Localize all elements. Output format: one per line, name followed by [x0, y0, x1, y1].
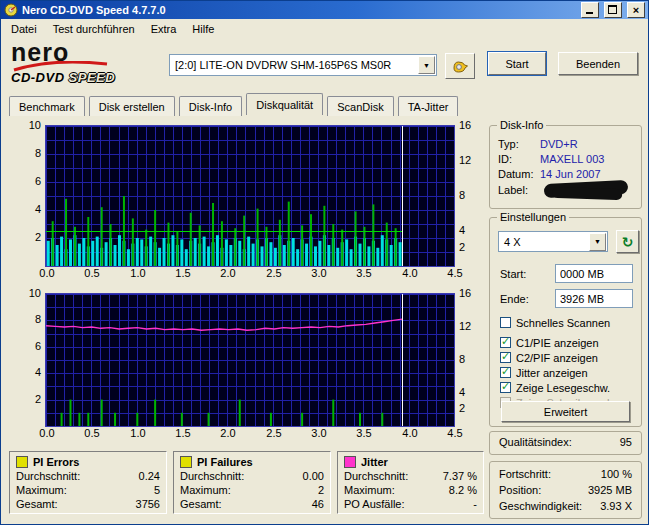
checkbox-c2-pif-anzeigen[interactable]: ✓ C2/PIF anzeigen: [500, 351, 598, 364]
settings-group: Einstellungen 4 X ▼ ↻ Start: Ende: Schne…: [489, 217, 642, 427]
menu-test-durchfuehren[interactable]: Test durchführen: [45, 20, 143, 38]
stat-label: Gesamt:: [16, 497, 58, 511]
check-icon: ✓: [501, 350, 510, 363]
close-icon: ×: [633, 5, 639, 15]
end-position-input[interactable]: [555, 289, 633, 308]
advanced-button[interactable]: Erweitert: [501, 401, 630, 422]
speed-select-dropdown-button[interactable]: ▼: [589, 233, 606, 251]
checkbox-schnelles-scannen[interactable]: Schnelles Scannen: [500, 316, 610, 329]
drive-select[interactable]: [2:0] LITE-ON DVDRW SHM-165P6S MS0R ▼: [169, 54, 437, 76]
tab-scandisk[interactable]: ScanDisk: [327, 96, 393, 116]
start-button-label: Start: [505, 58, 528, 70]
y-axis-tick: 6: [15, 175, 41, 187]
y-axis-right-tick: 12: [459, 154, 483, 166]
x-axis-tick: 4.0: [398, 267, 422, 279]
pi-failures-swatch-icon: [180, 456, 192, 468]
position-row: Position: 3925 MB: [499, 484, 632, 496]
close-button[interactable]: ×: [627, 2, 645, 18]
tab-benchmark[interactable]: Benchmark: [9, 96, 85, 116]
speed-value: 3.93 X: [600, 500, 632, 512]
tab-strip: Benchmark Disk erstellen Disk-Info Diskq…: [1, 93, 648, 116]
pi-errors-chart: [45, 125, 455, 267]
app-window: Nero CD-DVD Speed 4.7.7.0 × Datei Test d…: [0, 0, 649, 525]
disk-info-row-label: Label:: [498, 184, 635, 196]
y-axis-right-tick: 8: [459, 189, 483, 201]
checkbox-zeige-lesegeschw[interactable]: ✓ Zeige Lesegeschw.: [500, 381, 610, 394]
disk-info-row-typ: Typ: DVD+R: [498, 138, 635, 150]
stat-value: 8.2 %: [449, 483, 477, 497]
quality-index-group: Qualitätsindex: 95: [489, 431, 642, 455]
stat-value: 2: [318, 483, 324, 497]
x-axis-tick: 2.0: [216, 427, 240, 439]
stat-row: PO Ausfälle:-: [344, 497, 477, 511]
y-axis-right-tick: 8: [459, 353, 483, 365]
stat-value: 5: [154, 483, 160, 497]
checkbox-box-icon: [500, 317, 511, 328]
stat-row: Maximum:8.2 %: [344, 483, 477, 497]
stat-value: -: [473, 497, 477, 511]
refresh-button[interactable]: ↻: [616, 230, 639, 253]
x-axis-tick: 2.5: [262, 267, 286, 279]
tab-disk-info[interactable]: Disk-Info: [179, 96, 242, 116]
quit-button[interactable]: Beenden: [558, 52, 638, 75]
tab-diskqualitaet[interactable]: Diskqualität: [246, 93, 323, 115]
tab-disk-erstellen[interactable]: Disk erstellen: [89, 96, 175, 116]
y-axis-tick: 8: [15, 313, 41, 325]
nero-logo: nero CD-DVDSPEED: [11, 41, 161, 85]
start-button[interactable]: Start: [488, 52, 546, 75]
position-label: Position:: [499, 484, 541, 496]
stat-row: Maximum:5: [16, 483, 160, 497]
menu-datei[interactable]: Datei: [3, 20, 45, 38]
position-value: 3925 MB: [588, 484, 632, 496]
header-toolbar: nero CD-DVDSPEED [2:0] LITE-ON DVDRW SHM…: [1, 39, 648, 93]
x-axis-tick: 2.0: [216, 267, 240, 279]
end-position-label: Ende:: [500, 293, 529, 305]
progress-group: Fortschritt: 100 % Position: 3925 MB Ges…: [489, 461, 642, 519]
speed-select[interactable]: 4 X ▼: [498, 231, 608, 252]
refresh-icon: ↻: [622, 234, 634, 250]
disk-info-label: ID:: [498, 153, 540, 165]
pi-failures-panel: PI Failures Durchschnitt:0.00 Maximum:2 …: [173, 451, 331, 514]
x-axis-tick: 3.5: [352, 267, 376, 279]
stat-label: Durchschnitt:: [16, 469, 80, 483]
hand-disc-icon: [451, 58, 469, 74]
quality-index-label: Qualitätsindex:: [499, 436, 572, 448]
start-position-input[interactable]: [555, 264, 633, 283]
y-axis-tick: 10: [15, 287, 41, 299]
speed-label: Geschwindigkeit:: [499, 500, 582, 512]
drive-select-dropdown-button[interactable]: ▼: [418, 56, 435, 74]
checkbox-label: C1/PIE anzeigen: [516, 337, 599, 349]
check-icon: ✓: [501, 335, 510, 348]
quality-index-row: Qualitätsindex: 95: [499, 436, 632, 448]
disk-info-row-datum: Datum: 14 Jun 2007: [498, 168, 635, 180]
y-axis-right-tick: 16: [459, 287, 483, 299]
progress-label: Fortschritt:: [499, 468, 551, 480]
stat-row: Durchschnitt:0.24: [16, 469, 160, 483]
minimize-icon: [586, 12, 593, 14]
label-redaction-scribble: [544, 180, 629, 198]
minimize-button[interactable]: [581, 2, 599, 18]
checkbox-box-icon: ✓: [500, 337, 511, 348]
menu-hilfe[interactable]: Hilfe: [184, 20, 222, 38]
disk-info-value: DVD+R: [540, 138, 578, 150]
eject-hand-button[interactable]: [445, 53, 475, 79]
pi-failures-jitter-chart: [45, 293, 455, 427]
stat-row: Durchschnitt:7.37 %: [344, 469, 477, 483]
pi-failures-panel-title: PI Failures: [197, 456, 253, 468]
disk-info-label: Datum:: [498, 168, 540, 180]
x-axis-tick: 0.5: [80, 427, 104, 439]
check-icon: ✓: [501, 380, 510, 393]
x-axis-tick: 0.5: [80, 267, 104, 279]
settings-title: Einstellungen: [497, 211, 569, 223]
checkbox-jitter-anzeigen[interactable]: ✓ Jitter anzeigen: [500, 366, 588, 379]
menu-extra[interactable]: Extra: [143, 20, 185, 38]
pi-errors-panel-title: PI Errors: [33, 456, 79, 468]
x-axis-tick: 3.0: [307, 267, 331, 279]
disk-info-label: Typ:: [498, 138, 540, 150]
checkbox-c1-pie-anzeigen[interactable]: ✓ C1/PIE anzeigen: [500, 336, 599, 349]
progress-value: 100 %: [601, 468, 632, 480]
tab-ta-jitter[interactable]: TA-Jitter: [398, 96, 459, 116]
title-bar[interactable]: Nero CD-DVD Speed 4.7.7.0 ×: [1, 1, 648, 19]
nero-logo-swoosh: [13, 61, 109, 73]
maximize-button[interactable]: [604, 2, 622, 18]
